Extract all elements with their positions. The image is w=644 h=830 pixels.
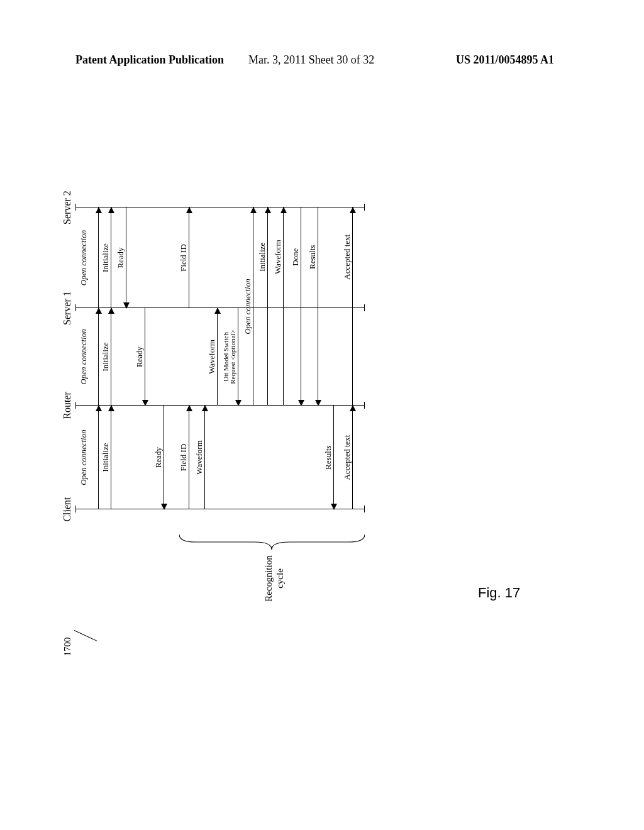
msg-waveform-rs1: Waveform bbox=[217, 308, 218, 406]
msg-label: Open connection bbox=[243, 279, 253, 334]
actor-server2: Server 2 bbox=[62, 191, 73, 224]
reference-leader-line bbox=[74, 630, 97, 641]
msg-label: Initialize bbox=[257, 243, 267, 272]
msg-done-s2r: Done bbox=[301, 208, 301, 406]
brace-label: Recognitioncycle bbox=[263, 547, 286, 610]
arrow-icon bbox=[350, 405, 356, 411]
arrow-icon bbox=[96, 405, 102, 411]
msg-init-cr: Initialize bbox=[111, 406, 111, 509]
msg-label: Waveform bbox=[273, 240, 283, 274]
msg-init-rs2: Initialize bbox=[267, 208, 268, 406]
msg-waveform-rs2: Waveform bbox=[283, 208, 284, 406]
msg-label: Open connection bbox=[79, 329, 88, 384]
msg-label: Results bbox=[308, 245, 318, 269]
lifeline-router bbox=[75, 405, 365, 406]
arrow-icon bbox=[331, 504, 337, 510]
arrow-icon bbox=[265, 207, 271, 213]
msg-fieldid-s1s2: Field ID bbox=[189, 208, 189, 308]
arrow-icon bbox=[108, 405, 114, 411]
actor-client: Client bbox=[62, 497, 73, 521]
sequence-diagram: Client Router Server 1 Server 2 Open con… bbox=[75, 163, 377, 541]
actor-server1: Server 1 bbox=[62, 291, 73, 325]
msg-label: Waveform bbox=[194, 440, 204, 475]
msg-open-conn-rs1: Open connection bbox=[98, 308, 99, 406]
lifeline-client bbox=[75, 509, 365, 509]
msg-label: Field ID bbox=[179, 444, 189, 472]
msg-label: Open connection bbox=[79, 429, 88, 485]
msg-results-rc: Results bbox=[333, 406, 334, 509]
arrow-icon bbox=[108, 207, 114, 213]
header-left: Patent Application Publication bbox=[75, 53, 224, 67]
msg-label: Results bbox=[323, 445, 333, 469]
arrow-icon bbox=[186, 207, 192, 213]
arrow-icon bbox=[123, 302, 130, 309]
msg-label: Initialize bbox=[101, 342, 111, 371]
msg-label: Field ID bbox=[179, 244, 189, 272]
msg-label: Waveform bbox=[207, 340, 217, 374]
msg-uttswitch: Utt Model SwitchRequest <optional> bbox=[238, 308, 238, 406]
arrow-icon bbox=[186, 405, 192, 411]
reference-number: 1700 bbox=[62, 638, 73, 656]
lifeline-server2 bbox=[75, 207, 365, 208]
msg-label: Ready bbox=[153, 447, 164, 468]
arrow-icon bbox=[142, 400, 148, 406]
msg-waveform-cr: Waveform bbox=[204, 406, 205, 509]
msg-open-conn-cr: Open connection bbox=[98, 406, 99, 509]
msg-label: Done bbox=[291, 248, 301, 266]
arrow-icon bbox=[96, 307, 102, 314]
msg-label: Accepted text bbox=[342, 435, 352, 480]
msg-ready-s1r: Ready bbox=[145, 308, 145, 406]
arrow-icon bbox=[96, 207, 102, 213]
msg-label: Initialize bbox=[101, 443, 111, 472]
msg-label: Ready bbox=[116, 247, 126, 268]
msg-accepted-rs2: Accepted text bbox=[352, 208, 353, 406]
msg-label: Open connection bbox=[79, 230, 88, 285]
arrow-icon bbox=[350, 207, 356, 213]
msg-ready-s2s1: Ready bbox=[126, 208, 126, 308]
arrow-icon bbox=[235, 400, 242, 406]
msg-label: Ready bbox=[135, 346, 145, 367]
arrow-icon bbox=[250, 207, 257, 213]
header-center: Mar. 3, 2011 Sheet 30 of 32 bbox=[248, 53, 374, 67]
msg-label: Utt Model SwitchRequest <optional> bbox=[223, 329, 236, 384]
arrow-icon bbox=[298, 400, 304, 406]
figure-caption: Fig. 17 bbox=[478, 585, 520, 601]
arrow-icon bbox=[214, 307, 221, 314]
msg-init-s1s2: Initialize bbox=[111, 208, 111, 308]
header-right: US 2011/0054895 A1 bbox=[456, 53, 554, 67]
msg-open-conn-rs2: Open connection bbox=[253, 208, 253, 406]
msg-ready-rc: Ready bbox=[164, 406, 164, 509]
arrow-icon bbox=[202, 405, 208, 411]
msg-results-s2r: Results bbox=[318, 208, 318, 406]
arrow-icon bbox=[108, 307, 114, 314]
msg-accepted-cr: Accepted text bbox=[352, 406, 353, 509]
actor-router: Router bbox=[62, 392, 73, 419]
arrow-icon bbox=[161, 504, 167, 510]
msg-open-conn-s1s2: Open connection bbox=[98, 208, 99, 308]
arrow-icon bbox=[315, 400, 321, 406]
msg-label: Accepted text bbox=[342, 235, 352, 280]
msg-label: Initialize bbox=[101, 243, 111, 272]
arrow-icon bbox=[280, 207, 287, 213]
msg-fieldid-cr: Field ID bbox=[189, 406, 189, 509]
page-header: Patent Application Publication Mar. 3, 2… bbox=[0, 53, 644, 72]
msg-init-rs1: Initialize bbox=[111, 308, 111, 406]
